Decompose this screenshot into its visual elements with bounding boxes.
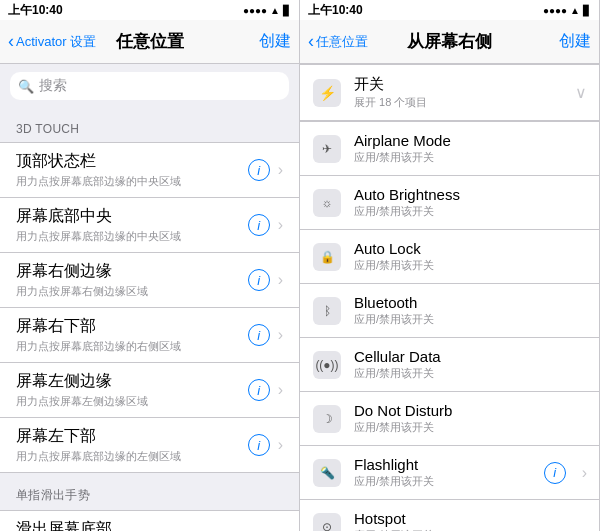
- list-item[interactable]: 顶部状态栏 用力点按屏幕底部边缘的中央区域 i ›: [0, 143, 299, 198]
- right-status-icons: ●●●● ▲ ▊: [543, 5, 591, 16]
- switch-group-item[interactable]: ⚡ 开关 展开 18 个项目 ∨: [300, 65, 599, 120]
- info-icon[interactable]: i: [248, 324, 270, 346]
- right-icon-2: 🔒: [313, 243, 341, 271]
- right-items-list: ✈ Airplane Mode 应用/禁用该开关 ☼ Auto Brightne…: [300, 121, 599, 531]
- info-icon[interactable]: i: [248, 214, 270, 236]
- right-item-title-3: Bluetooth: [354, 294, 587, 311]
- left-time: 上午10:40: [8, 2, 63, 19]
- list-item-content-3: 屏幕右下部 用力点按屏幕底部边缘的右侧区域: [16, 316, 248, 354]
- section-gesture: 单指滑出手势: [0, 473, 299, 510]
- left-nav-bar: ‹ Activator 设置 任意位置 创建: [0, 20, 299, 64]
- right-icon-0: ✈: [313, 135, 341, 163]
- right-item-subtitle-5: 应用/禁用该开关: [354, 420, 587, 435]
- list-item-accessories-5: i ›: [248, 434, 283, 456]
- right-item-content-4: Cellular Data 应用/禁用该开关: [354, 348, 587, 381]
- gesture-list-item[interactable]: 滑出屏幕底部 滑出屏幕底部 ›: [0, 511, 299, 531]
- gesture-item-title-0: 滑出屏幕底部: [16, 519, 274, 531]
- right-signal-icon: ●●●●: [543, 5, 567, 16]
- list-item-subtitle-2: 用力点按屏幕右侧边缘区域: [16, 284, 248, 299]
- right-list-item[interactable]: 🔦 Flashlight 应用/禁用该开关 i ›: [300, 446, 599, 500]
- right-scroll-area[interactable]: ⚡ 开关 展开 18 个项目 ∨ ✈ Airplane Mode 应用/禁用该开…: [300, 64, 599, 531]
- right-item-subtitle-3: 应用/禁用该开关: [354, 312, 587, 327]
- gesture-list: 滑出屏幕底部 滑出屏幕底部 › 滑出屏幕顶部 滑出屏幕顶部 › 滑出屏幕右侧 滑…: [0, 510, 299, 531]
- right-item-title-2: Auto Lock: [354, 240, 587, 257]
- info-icon[interactable]: i: [248, 434, 270, 456]
- right-icon-wrap-3: ᛒ: [312, 296, 342, 326]
- search-icon: 🔍: [18, 79, 34, 94]
- list-item[interactable]: 屏幕左侧边缘 用力点按屏幕左侧边缘区域 i ›: [0, 363, 299, 418]
- right-battery-icon: ▊: [583, 5, 591, 16]
- list-item-title-5: 屏幕左下部: [16, 426, 248, 447]
- right-list-item[interactable]: ⊙ Hotspot 应用/禁用该开关: [300, 500, 599, 531]
- list-item-subtitle-3: 用力点按屏幕底部边缘的右侧区域: [16, 339, 248, 354]
- right-list-item[interactable]: ☼ Auto Brightness 应用/禁用该开关: [300, 176, 599, 230]
- info-icon[interactable]: i: [248, 159, 270, 181]
- right-top-group: ⚡ 开关 展开 18 个项目 ∨: [300, 64, 599, 121]
- right-icon-7: ⊙: [313, 513, 341, 532]
- right-nav-title: 从屏幕右侧: [407, 30, 492, 53]
- switch-group-subtitle: 展开 18 个项目: [354, 95, 563, 110]
- right-icon-wrap-0: ✈: [312, 134, 342, 164]
- right-icon-1: ☼: [313, 189, 341, 217]
- right-item-subtitle-0: 应用/禁用该开关: [354, 150, 587, 165]
- left-back-button[interactable]: ‹ Activator 设置: [8, 33, 96, 51]
- right-back-button[interactable]: ‹ 任意位置: [308, 33, 368, 51]
- list-item-title-3: 屏幕右下部: [16, 316, 248, 337]
- list-item[interactable]: 屏幕右下部 用力点按屏幕底部边缘的右侧区域 i ›: [0, 308, 299, 363]
- right-icon-3: ᛒ: [313, 297, 341, 325]
- right-icon-4: ((●)): [313, 351, 341, 379]
- list-item-content-4: 屏幕左侧边缘 用力点按屏幕左侧边缘区域: [16, 371, 248, 409]
- list-item[interactable]: 屏幕底部中央 用力点按屏幕底部边缘的中央区域 i ›: [0, 198, 299, 253]
- list-item[interactable]: 屏幕右侧边缘 用力点按屏幕右侧边缘区域 i ›: [0, 253, 299, 308]
- left-nav-title: 任意位置: [116, 30, 184, 53]
- right-back-label: 任意位置: [316, 33, 368, 51]
- right-item-content-7: Hotspot 应用/禁用该开关: [354, 510, 587, 531]
- list-item-subtitle-5: 用力点按屏幕底部边缘的左侧区域: [16, 449, 248, 464]
- list-item-subtitle-4: 用力点按屏幕左侧边缘区域: [16, 394, 248, 409]
- right-item-subtitle-1: 应用/禁用该开关: [354, 204, 587, 219]
- right-list-item[interactable]: ((●)) Cellular Data 应用/禁用该开关: [300, 338, 599, 392]
- list-item-accessories-4: i ›: [248, 379, 283, 401]
- right-icon-6: 🔦: [313, 459, 341, 487]
- info-icon[interactable]: i: [248, 269, 270, 291]
- left-scroll-area[interactable]: 3D TOUCH 顶部状态栏 用力点按屏幕底部边缘的中央区域 i › 屏幕底部中…: [0, 108, 299, 531]
- switch-group-title: 开关: [354, 75, 563, 94]
- chevron-right-icon: ›: [278, 326, 283, 344]
- right-list-item[interactable]: ᛒ Bluetooth 应用/禁用该开关: [300, 284, 599, 338]
- right-list-item[interactable]: ☽ Do Not Disturb 应用/禁用该开关: [300, 392, 599, 446]
- list-item-title-0: 顶部状态栏: [16, 151, 248, 172]
- search-placeholder: 搜索: [39, 77, 67, 95]
- right-item-title-5: Do Not Disturb: [354, 402, 587, 419]
- right-create-button[interactable]: 创建: [559, 31, 591, 52]
- right-list-item[interactable]: 🔒 Auto Lock 应用/禁用该开关: [300, 230, 599, 284]
- right-item-subtitle-4: 应用/禁用该开关: [354, 366, 587, 381]
- right-item-title-1: Auto Brightness: [354, 186, 587, 203]
- signal-icon: ●●●●: [243, 5, 267, 16]
- info-icon[interactable]: i: [544, 462, 566, 484]
- chevron-right-icon: ›: [278, 271, 283, 289]
- list-item-title-2: 屏幕右侧边缘: [16, 261, 248, 282]
- list-item-content-5: 屏幕左下部 用力点按屏幕底部边缘的左侧区域: [16, 426, 248, 464]
- info-icon[interactable]: i: [248, 379, 270, 401]
- list-item-accessories-3: i ›: [248, 324, 283, 346]
- chevron-right-icon: ›: [582, 464, 587, 482]
- right-icon-wrap-1: ☼: [312, 188, 342, 218]
- list-item-content-1: 屏幕底部中央 用力点按屏幕底部边缘的中央区域: [16, 206, 248, 244]
- list-item-accessories-1: i ›: [248, 214, 283, 236]
- left-status-icons: ●●●● ▲ ▊: [243, 5, 291, 16]
- right-item-subtitle-6: 应用/禁用该开关: [354, 474, 532, 489]
- right-icon-wrap-2: 🔒: [312, 242, 342, 272]
- right-item-content-5: Do Not Disturb 应用/禁用该开关: [354, 402, 587, 435]
- right-list-item[interactable]: ✈ Airplane Mode 应用/禁用该开关: [300, 122, 599, 176]
- right-icon-5: ☽: [313, 405, 341, 433]
- expand-arrow-icon: ∨: [575, 83, 587, 102]
- right-nav-bar: ‹ 任意位置 从屏幕右侧 创建: [300, 20, 599, 64]
- left-create-button[interactable]: 创建: [259, 31, 291, 52]
- right-item-content-6: Flashlight 应用/禁用该开关: [354, 456, 532, 489]
- list-item[interactable]: 屏幕左下部 用力点按屏幕底部边缘的左侧区域 i ›: [0, 418, 299, 472]
- battery-icon: ▊: [283, 5, 291, 16]
- right-item-title-7: Hotspot: [354, 510, 587, 527]
- search-input-wrap[interactable]: 🔍 搜索: [10, 72, 289, 100]
- 3d-touch-list: 顶部状态栏 用力点按屏幕底部边缘的中央区域 i › 屏幕底部中央 用力点按屏幕底…: [0, 142, 299, 473]
- gesture-item-content-0: 滑出屏幕底部 滑出屏幕底部: [16, 519, 274, 531]
